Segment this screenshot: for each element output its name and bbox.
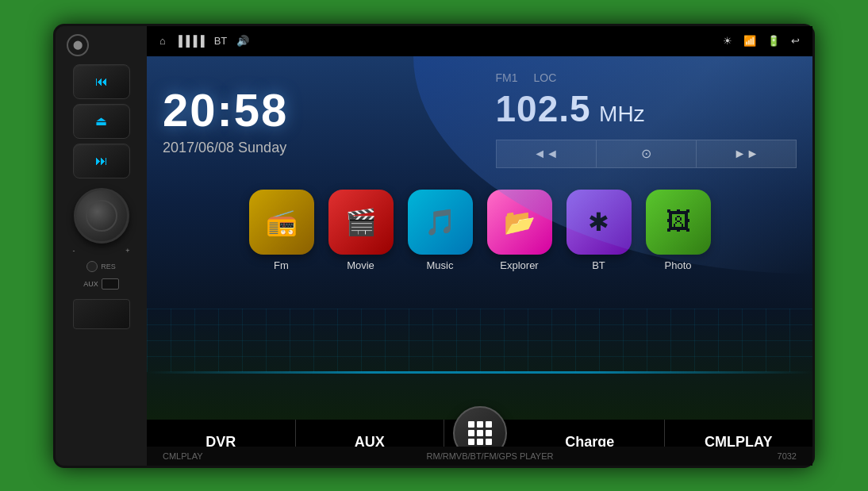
movie-icon-img: 🎬 [328,190,394,255]
battery-icon: 🔋 [767,35,780,47]
top-info: 20:58 2017/06/08 Sunday FM1 LOC 102.5 MH… [147,56,812,183]
music-app-label: Music [427,259,454,271]
app-music[interactable]: 🎵 Music [408,190,473,271]
app-movie[interactable]: 🎬 Movie [328,190,394,271]
grid-dot-2 [477,421,483,428]
next-button[interactable]: ⏭ [73,144,130,178]
res-dot [86,261,98,272]
wifi-icon: 📶 [743,35,756,47]
movie-app-label: Movie [347,259,374,271]
photo-app-label: Photo [665,259,692,271]
clock-section: 20:58 2017/06/08 Sunday [163,64,464,175]
grid-dot-6 [486,430,492,436]
volume-icon: 🔊 [236,35,249,47]
app-fm[interactable]: 📻 Fm [249,190,314,271]
grid-dot-3 [486,421,492,428]
grid-dot-7 [468,439,474,445]
aux-label: AUX [83,280,98,288]
status-right: ☀ 📶 🔋 ↩ [723,35,800,47]
minus-label: - [73,247,75,255]
teal-accent-line [147,371,812,374]
left-panel: ⬤ ⏮ ⏏ ⏭ - + RES AUX [56,26,147,466]
aux-area: AUX [83,278,119,290]
bottom-info-bar: CMLPLAY RM/RMVB/BT/FM/GPS PLAYER 7032 [147,447,812,466]
signal-bars-icon: ▐▐▐▐ [175,35,205,47]
frequency-value: 102.5 [496,88,591,129]
app-bt[interactable]: ✱ BT [567,190,632,271]
next-icon: ⏭ [95,154,108,168]
brightness-icon: ☀ [723,35,732,47]
loc-label: LOC [534,71,557,84]
clock-date: 2017/06/08 Sunday [163,140,464,156]
back-icon[interactable]: ↩ [791,35,800,47]
app-explorer[interactable]: 📂 Explorer [487,190,552,271]
mode-button[interactable]: ⏏ [73,104,130,139]
app-photo[interactable]: 🖼 Photo [646,190,711,271]
radio-prev-button[interactable]: ◄◄ [496,140,597,168]
radio-labels: FM1 LOC [496,71,557,84]
antenna-icon: ⬤ [67,34,89,56]
dial-labels: - + [73,247,130,255]
dial-inner [86,200,117,232]
frequency-unit: MHz [599,102,645,126]
radio-prev-icon: ◄◄ [533,147,559,161]
radio-next-button[interactable]: ►► [696,140,797,168]
brand-label: CMLPLAY [163,451,203,461]
fm-app-label: Fm [274,259,289,271]
explorer-app-label: Explorer [500,259,538,271]
volume-dial[interactable] [74,188,129,244]
radio-next-icon: ►► [734,147,759,161]
volume-dial-area: - + [73,188,130,255]
radio-search-icon: ⊙ [641,146,651,161]
grid-dot-4 [468,430,474,436]
app-grid: 📻 Fm 🎬 Movie 🎵 Music 📂 Explorer ✱ [147,183,812,281]
bluetooth-label: BT [214,35,228,47]
aux-port [102,278,119,290]
bt-icon-img: ✱ [567,190,632,255]
grid-bg [147,309,812,372]
plus-label: + [125,247,129,255]
model-label: 7032 [778,451,797,461]
main-screen: ⌂ ▐▐▐▐ BT 🔊 ☀ 📶 🔋 ↩ 20:58 2017/06/08 [147,26,812,466]
clock-time: 20:58 [163,83,464,136]
fm-label: FM1 [496,71,518,84]
explorer-icon-img: 📂 [487,190,552,255]
grid-dot-8 [477,439,483,445]
fm-icon-img: 📻 [249,190,314,255]
grid-dot-1 [468,421,474,428]
home-icon[interactable]: ⌂ [159,35,166,47]
grid-dots-icon [468,421,492,445]
mode-icon: ⏏ [95,113,107,129]
prev-button[interactable]: ⏮ [73,64,130,99]
bt-app-label: BT [592,259,605,271]
status-left: ⌂ ▐▐▐▐ BT 🔊 [159,35,249,47]
photo-icon-img: 🖼 [646,190,711,255]
card-slot [73,299,130,329]
music-icon-img: 🎵 [408,190,473,255]
grid-dot-5 [477,430,483,436]
radio-search-button[interactable]: ⊙ [597,140,696,168]
prev-icon: ⏮ [95,75,108,89]
radio-section: FM1 LOC 102.5 MHz ◄◄ ⊙ [480,64,797,175]
res-label: RES [101,263,116,270]
content-area: 20:58 2017/06/08 Sunday FM1 LOC 102.5 MH… [147,56,812,420]
radio-controls: ◄◄ ⊙ ►► [496,140,797,168]
grid-dot-9 [486,439,492,445]
car-stereo-device: ⬤ ⏮ ⏏ ⏭ - + RES AUX [53,24,815,468]
res-area: RES [86,261,116,272]
status-bar: ⌂ ▐▐▐▐ BT 🔊 ☀ 📶 🔋 ↩ [147,26,812,56]
radio-frequency-display: 102.5 MHz [496,87,645,130]
player-type-label: RM/RMVB/BT/FM/GPS PLAYER [427,451,554,461]
